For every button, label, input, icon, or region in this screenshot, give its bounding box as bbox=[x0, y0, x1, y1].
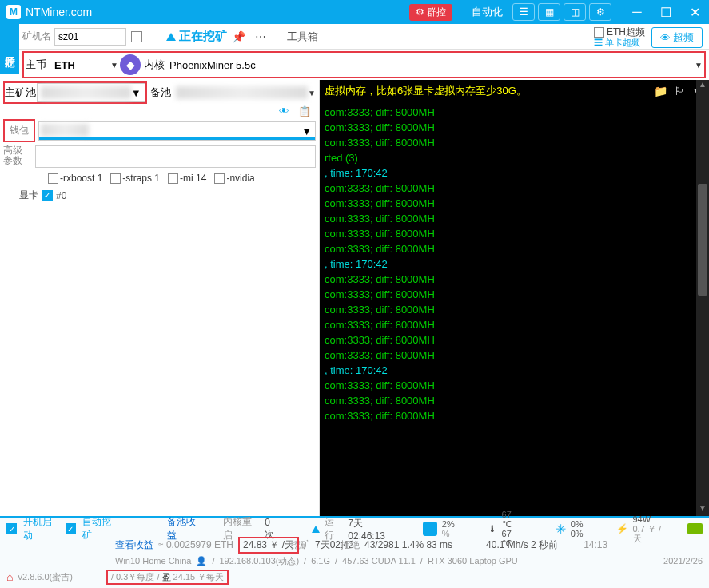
toolbox-label[interactable]: 工具箱 bbox=[287, 30, 318, 44]
mining-status: 正在挖矿 bbox=[166, 29, 227, 44]
mem-percent: % bbox=[442, 529, 455, 538]
console-line: com:3333; diff: 8000MH bbox=[325, 393, 704, 408]
income-cny: 24.83 ￥ /天 bbox=[238, 537, 299, 554]
boot-start-checkbox[interactable]: ✓ bbox=[6, 523, 17, 534]
console-line: com:3333; diff: 8000MH bbox=[325, 408, 704, 423]
wallet-copy-icon[interactable]: 📋 bbox=[298, 105, 311, 117]
scrollbar-thumb[interactable] bbox=[698, 184, 707, 296]
ip-info: 192.168.0.103(动态) bbox=[219, 555, 299, 567]
miner-name-label: 矿机名 bbox=[22, 30, 51, 43]
thermometer-icon: 🌡 bbox=[488, 523, 497, 534]
close-button[interactable]: ✕ bbox=[680, 0, 709, 24]
kernel-label: 内核 bbox=[144, 58, 166, 72]
eth-overclock-label: ETH超频 bbox=[607, 27, 645, 38]
console-line: com:3333; diff: 8000MH bbox=[325, 196, 704, 211]
main-coin-label: 主币 bbox=[26, 58, 51, 72]
view-cube-icon[interactable]: ◫ bbox=[564, 3, 586, 21]
eth-coin-icon: ◆ bbox=[120, 54, 141, 75]
console-folder-icon[interactable]: 📁 bbox=[654, 85, 667, 97]
console-line: com:3333; diff: 8000MH bbox=[325, 211, 704, 226]
console-line: com:3333; diff: 8000MH bbox=[325, 105, 704, 120]
console-line: , time: 170:42 bbox=[325, 363, 704, 378]
qunkong-button[interactable]: ⚙ 群控 bbox=[401, 0, 464, 24]
miner-name-input[interactable] bbox=[54, 28, 126, 46]
console-line: com:3333; diff: 8000MH bbox=[325, 332, 704, 348]
hashrate: 40.1 Mh/s 2 秒前 bbox=[486, 538, 558, 552]
gpu-0-label: #0 bbox=[56, 190, 66, 201]
income-eth: ≈ 0.0025979 ETH bbox=[158, 539, 233, 550]
console-line: com:3333; diff: 8000MH bbox=[325, 287, 704, 302]
check-rxboost[interactable]: -rxboost 1 bbox=[48, 173, 102, 184]
os-info: Win10 Home China bbox=[115, 556, 191, 566]
console-line: com:3333; diff: 8000MH bbox=[325, 317, 704, 332]
console-line: com:3333; diff: 8000MH bbox=[325, 135, 704, 150]
console-line: com:3333; diff: 8000MH bbox=[325, 120, 704, 135]
maximize-button[interactable]: ☐ bbox=[651, 0, 680, 24]
console-line: com:3333; diff: 8000MH bbox=[325, 348, 704, 363]
auto-mine-checkbox[interactable]: ✓ bbox=[66, 523, 76, 534]
advanced-params-label: 高级参数 bbox=[3, 145, 32, 168]
console-line: com:3333; diff: 8000MH bbox=[325, 272, 704, 287]
run-icon bbox=[312, 526, 320, 533]
main-pool-label: 主矿池 bbox=[5, 85, 37, 100]
profit-box: / 0.3￥每度 / 盈 24.15 ￥每天 bbox=[106, 570, 229, 585]
wallet-input[interactable]: ▼ bbox=[38, 121, 316, 141]
console-line: , time: 170:42 bbox=[325, 165, 704, 181]
boot-start-label: 开机启动 bbox=[23, 515, 60, 542]
settings-icon[interactable]: ⚙ bbox=[589, 3, 611, 21]
mem-info: 6.1G bbox=[311, 556, 330, 566]
main-coin-select[interactable]: ETH▼ bbox=[54, 59, 118, 71]
console-flag-icon[interactable]: 🏳 bbox=[674, 85, 685, 97]
view-income-link[interactable]: 查看收益 bbox=[115, 538, 153, 552]
nvidia-icon bbox=[687, 523, 703, 534]
cpu-icon bbox=[423, 522, 436, 536]
app-title: NTMiner.com bbox=[26, 6, 92, 18]
view-grid-icon[interactable]: ▦ bbox=[538, 3, 560, 21]
single-card-oc-link[interactable]: ☰ 单卡超频 bbox=[594, 38, 640, 48]
backup-pool-income-link[interactable]: 备池收益 bbox=[167, 515, 204, 542]
power-icon: ⚡ bbox=[616, 523, 628, 534]
temp-1: 67 ℃ bbox=[502, 510, 523, 529]
gpu-0-checkbox[interactable]: ✓ bbox=[42, 190, 53, 201]
cuda-info: 457.63 CUDA 11.1 bbox=[342, 556, 416, 566]
miner-name-checkbox[interactable] bbox=[131, 31, 142, 42]
console-scrollbar[interactable]: ▲ ▼ bbox=[696, 80, 709, 516]
check-straps[interactable]: -straps 1 bbox=[110, 173, 160, 184]
home-icon[interactable]: ⌂ bbox=[6, 570, 13, 583]
start-mining-strip[interactable]: 开始挖矿 bbox=[0, 24, 19, 74]
kernel-select[interactable]: PhoenixMiner 5.5c▼ bbox=[169, 59, 703, 71]
automation-button[interactable]: 自动化 bbox=[464, 0, 511, 24]
backup-pool-select[interactable]: ▼ bbox=[176, 86, 317, 99]
view-list-icon[interactable]: ☰ bbox=[512, 3, 535, 21]
power-watts: 94W bbox=[633, 514, 669, 524]
console-warning: 虚拟内存，比如6张显卡虚拟内存至少30G。 bbox=[325, 83, 704, 98]
minimize-button[interactable]: ─ bbox=[623, 0, 651, 24]
console-line: com:3333; diff: 8000MH bbox=[325, 302, 704, 317]
console-line: com:3333; diff: 8000MH bbox=[325, 181, 704, 196]
check-mi[interactable]: -mi 14 bbox=[168, 173, 206, 184]
console-line: rted (3) bbox=[325, 150, 704, 165]
gpu-label: 显卡 bbox=[19, 189, 38, 202]
play-icon bbox=[166, 33, 176, 41]
version-info: v2.8.6.0(蜜吉) bbox=[18, 571, 72, 583]
eth-overclock-checkbox[interactable] bbox=[594, 27, 604, 38]
more-icon[interactable]: ⋯ bbox=[255, 30, 266, 43]
user-icon[interactable]: 👤 bbox=[196, 556, 207, 566]
reject-stats: 43/2981 1.4% 83 ms bbox=[364, 539, 452, 550]
wallet-visibility-icon[interactable]: 👁 bbox=[279, 105, 289, 117]
date-info: 2021/2/26 bbox=[663, 556, 703, 566]
backup-pool-label: 备池 bbox=[150, 85, 173, 100]
wallet-label: 钱包 bbox=[3, 119, 35, 142]
overclock-button[interactable]: 👁超频 bbox=[651, 27, 703, 48]
console-output: ✕ 📁 🏳 ▼ 虚拟内存，比如6张显卡虚拟内存至少30G。 com:3333; … bbox=[320, 80, 709, 516]
console-line: com:3333; diff: 8000MH bbox=[325, 378, 704, 393]
app-logo-icon: M bbox=[6, 5, 21, 19]
advanced-params-input[interactable] bbox=[35, 145, 316, 168]
pin-icon[interactable]: 📌 bbox=[232, 30, 245, 43]
main-pool-wrap: 主矿池 ▼ bbox=[3, 81, 147, 104]
power-cost: 0.7 ￥ /天 bbox=[633, 524, 669, 543]
fan-2: 0% bbox=[571, 529, 584, 538]
main-pool-select[interactable]: ▼ bbox=[37, 83, 145, 102]
console-line: com:3333; diff: 8000MH bbox=[325, 241, 704, 256]
check-nvidia[interactable]: -nvidia bbox=[214, 173, 254, 184]
